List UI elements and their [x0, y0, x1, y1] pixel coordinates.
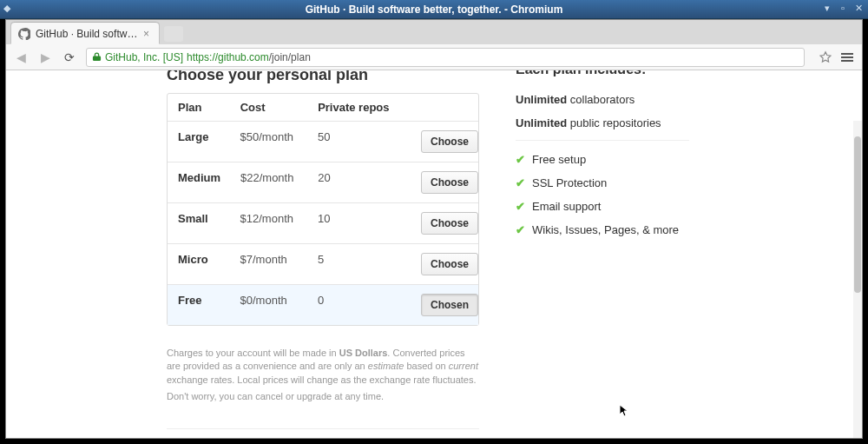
scrollbar-thumb[interactable] [854, 136, 861, 293]
plan-name: Medium [168, 162, 230, 202]
feature-item: ✔Wikis, Issues, Pages, & more [516, 223, 689, 236]
plan-cost: $0/month [230, 285, 307, 325]
table-row-selected: Free $0/month 0 Chosen [168, 285, 478, 325]
check-icon: ✔ [516, 223, 525, 236]
tab-title: GitHub · Build software [36, 28, 141, 40]
billing-help-text: Charges to your account will be made in … [167, 347, 479, 404]
choose-button[interactable]: Choose [421, 171, 478, 194]
plan-repos: 20 [307, 162, 411, 202]
divider [516, 140, 689, 141]
choose-button[interactable]: Choose [421, 253, 478, 275]
feature-item: ✔Free setup [516, 153, 689, 166]
chosen-button[interactable]: Chosen [421, 294, 478, 316]
forward-button[interactable]: ▶ [37, 50, 53, 65]
table-header-row: Plan Cost Private repos [168, 94, 478, 122]
url-scheme: https:// [187, 51, 218, 63]
plan-repos: 5 [307, 244, 411, 284]
choose-button[interactable]: Choose [421, 130, 478, 153]
col-cost: Cost [230, 94, 308, 121]
reload-button[interactable]: ⟳ [62, 50, 77, 65]
table-row: Medium $22/month 20 Choose [168, 162, 478, 203]
col-plan: Plan [168, 94, 230, 121]
url-host: github.com [218, 51, 269, 63]
back-button[interactable]: ◀ [13, 50, 29, 65]
https-lock-icon: GitHub, Inc. [US] [92, 51, 183, 63]
plan-cost: $12/month [230, 203, 307, 243]
page-heading: Choose your personal plan [167, 70, 826, 84]
feature-public-repos: Unlimited public repositories [516, 116, 689, 129]
window-titlebar: ◆ GitHub · Build software better, togeth… [0, 0, 868, 19]
organization-setup-row: Help me set up an organization next Orga… [167, 428, 479, 438]
check-icon: ✔ [516, 200, 525, 213]
plan-cost: $7/month [230, 244, 307, 284]
plan-cost: $22/month [230, 162, 307, 202]
browser-menu-icon[interactable] [841, 50, 855, 65]
window-menu-icon[interactable]: ◆ [3, 3, 10, 14]
window-maximize-icon[interactable]: ▫ [837, 2, 849, 14]
plan-name: Large [168, 122, 230, 162]
table-row: Small $12/month 10 Choose [168, 203, 478, 244]
choose-button[interactable]: Choose [421, 212, 478, 235]
tab-strip: GitHub · Build software × [6, 20, 862, 44]
table-row: Micro $7/month 5 Choose [168, 244, 478, 285]
feature-collaborators: Unlimited collaborators [516, 93, 689, 106]
table-row: Large $50/month 50 Choose [168, 122, 478, 162]
address-bar[interactable]: GitHub, Inc. [US] https://github.com/joi… [86, 48, 805, 67]
scrollbar-vertical[interactable] [853, 121, 862, 438]
plans-table: Plan Cost Private repos Large $50/month … [167, 93, 479, 326]
feature-item: ✔Email support [516, 200, 689, 213]
check-icon: ✔ [516, 176, 525, 189]
site-identity: GitHub, Inc. [US] [105, 51, 183, 63]
toolbar: ◀ ▶ ⟳ GitHub, Inc. [US] https://github.c… [6, 44, 862, 70]
browser-frame: GitHub · Build software × ◀ ▶ ⟳ GitHub, … [5, 19, 863, 439]
plan-repos: 10 [307, 203, 411, 243]
tab-close-icon[interactable]: × [141, 28, 152, 40]
feature-item: ✔SSL Protection [516, 176, 689, 189]
plan-cost: $50/month [230, 122, 307, 162]
github-favicon-icon [18, 28, 30, 40]
bookmark-star-icon[interactable] [819, 50, 832, 64]
plan-repos: 0 [307, 285, 411, 325]
plan-includes-panel: Each plan includes: Unlimited collaborat… [516, 70, 689, 247]
plan-name: Small [168, 203, 230, 243]
window-minimize-icon[interactable]: ▾ [821, 2, 833, 14]
page-viewport: Choose your personal plan Plan Cost Priv… [6, 70, 862, 438]
browser-tab[interactable]: GitHub · Build software × [11, 23, 159, 44]
plan-repos: 50 [307, 122, 411, 162]
url-path: /join/plan [269, 51, 311, 63]
new-tab-button[interactable] [164, 26, 183, 42]
panel-heading: Each plan includes: [516, 70, 689, 77]
plan-name: Free [168, 285, 230, 325]
window-title: GitHub · Build software better, together… [306, 3, 563, 16]
col-repos: Private repos [307, 94, 411, 121]
plan-name: Micro [168, 244, 230, 284]
check-icon: ✔ [516, 153, 525, 166]
window-close-icon[interactable]: ✕ [852, 2, 865, 14]
